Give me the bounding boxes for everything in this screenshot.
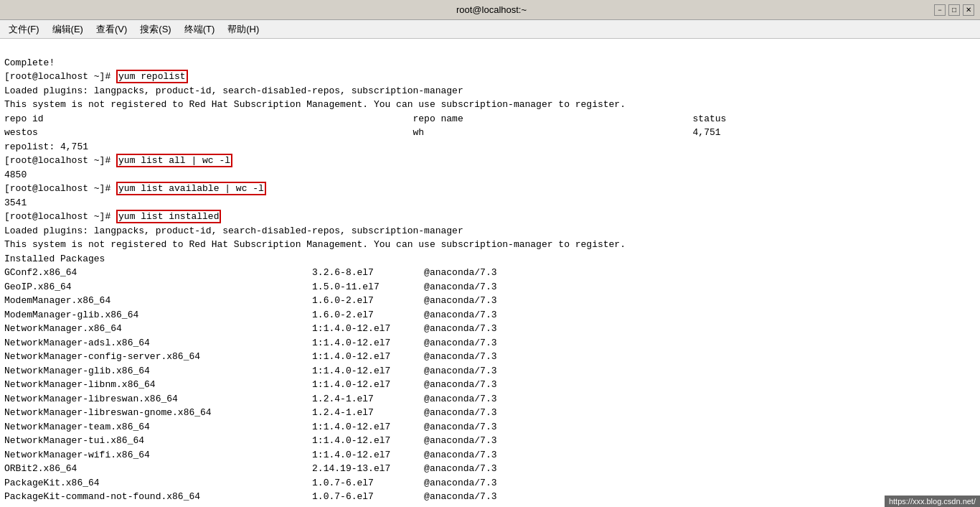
- minimize-button[interactable]: －: [934, 4, 946, 16]
- titlebar-title: root@localhost:~: [49, 4, 934, 15]
- terminal-line: Installed Packages: [4, 252, 976, 266]
- menu-item[interactable]: 帮助(H): [222, 22, 265, 37]
- terminal-command: yum list installed: [116, 210, 221, 223]
- terminal-line: PackageKit.x86_64 1.0.7-6.el7 @anaconda/…: [4, 476, 976, 490]
- terminal-line: This system is not registered to Red Hat…: [4, 238, 976, 252]
- terminal-command: yum list available | wc -l: [116, 182, 266, 195]
- close-button[interactable]: ✕: [963, 4, 974, 16]
- terminal-prompt: [root@localhost ~]#: [4, 71, 116, 82]
- terminal-line: GeoIP.x86_64 1.5.0-11.el7 @anaconda/7.3: [4, 280, 976, 294]
- terminal-line: NetworkManager-adsl.x86_64 1:1.4.0-12.el…: [4, 336, 976, 350]
- terminal-line: 4850: [4, 168, 976, 182]
- terminal-line: PackageKit-command-not-found.x86_64 1.0.…: [4, 490, 976, 504]
- terminal-line: Loaded plugins: langpacks, product-id, s…: [4, 224, 976, 238]
- terminal[interactable]: Complete![root@localhost ~]# yum repolis…: [0, 39, 980, 507]
- terminal-line: [root@localhost ~]# yum list all | wc -l: [4, 154, 976, 168]
- terminal-line: NetworkManager-libnm.x86_64 1:1.4.0-12.e…: [4, 378, 976, 392]
- terminal-line: [root@localhost ~]# yum repolist: [4, 70, 976, 84]
- maximize-button[interactable]: □: [948, 4, 960, 16]
- terminal-line: Complete!: [4, 56, 976, 70]
- terminal-line: repo id repo name status: [4, 112, 976, 126]
- terminal-prompt: [root@localhost ~]#: [4, 183, 116, 194]
- titlebar: root@localhost:~ － □ ✕: [0, 0, 980, 20]
- menubar: 文件(F)编辑(E)查看(V)搜索(S)终端(T)帮助(H): [0, 20, 980, 39]
- terminal-line: NetworkManager-team.x86_64 1:1.4.0-12.el…: [4, 420, 976, 434]
- terminal-line: NetworkManager-config-server.x86_64 1:1.…: [4, 350, 976, 364]
- terminal-line: NetworkManager-libreswan.x86_64 1.2.4-1.…: [4, 392, 976, 406]
- terminal-line: Loaded plugins: langpacks, product-id, s…: [4, 84, 976, 98]
- terminal-line: ORBit2.x86_64 2.14.19-13.el7 @anaconda/7…: [4, 462, 976, 476]
- terminal-line: [root@localhost ~]# yum list installed: [4, 210, 976, 224]
- terminal-line: NetworkManager-wifi.x86_64 1:1.4.0-12.el…: [4, 448, 976, 462]
- watermark: https://xxx.blog.csdn.net/: [885, 496, 980, 507]
- terminal-line: ModemManager.x86_64 1.6.0-2.el7 @anacond…: [4, 294, 976, 308]
- terminal-command: yum list all | wc -l: [116, 154, 232, 167]
- terminal-line: 3541: [4, 196, 976, 210]
- terminal-line: This system is not registered to Red Hat…: [4, 98, 976, 112]
- terminal-line: NetworkManager-tui.x86_64 1:1.4.0-12.el7…: [4, 434, 976, 448]
- terminal-line: NetworkManager.x86_64 1:1.4.0-12.el7 @an…: [4, 322, 976, 336]
- menu-item[interactable]: 查看(V): [90, 22, 133, 37]
- terminal-line: repolist: 4,751: [4, 140, 976, 154]
- terminal-line: ModemManager-glib.x86_64 1.6.0-2.el7 @an…: [4, 308, 976, 322]
- terminal-prompt: [root@localhost ~]#: [4, 155, 116, 166]
- terminal-line: NetworkManager-glib.x86_64 1:1.4.0-12.el…: [4, 364, 976, 378]
- terminal-prompt: [root@localhost ~]#: [4, 211, 116, 222]
- menu-item[interactable]: 搜索(S): [134, 22, 176, 37]
- terminal-line: NetworkManager-libreswan-gnome.x86_64 1.…: [4, 406, 976, 420]
- titlebar-controls: － □ ✕: [934, 4, 974, 16]
- terminal-line: westos wh 4,751: [4, 126, 976, 140]
- terminal-line: GConf2.x86_64 3.2.6-8.el7 @anaconda/7.3: [4, 266, 976, 280]
- menu-item[interactable]: 文件(F): [3, 22, 45, 37]
- terminal-line: PackageKit-glib.x86_64 1.0.7-6.el7 @anac…: [4, 504, 976, 508]
- menu-item[interactable]: 终端(T): [179, 22, 221, 37]
- menu-item[interactable]: 编辑(E): [47, 22, 89, 37]
- terminal-line: [root@localhost ~]# yum list available |…: [4, 182, 976, 196]
- terminal-command: yum repolist: [116, 70, 188, 83]
